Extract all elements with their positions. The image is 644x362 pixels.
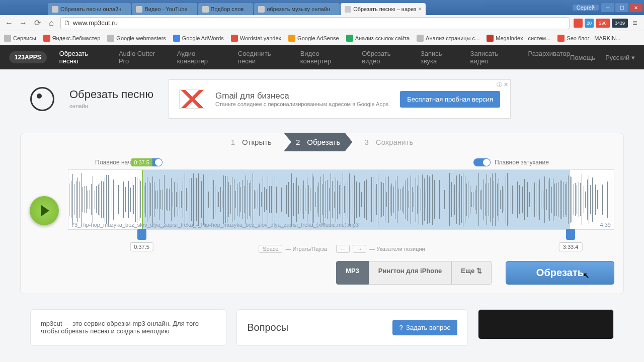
language-selector[interactable]: Русский ▾ [605, 54, 635, 61]
bookmark-icon [417, 35, 424, 42]
bookmark[interactable]: Google AdWords [173, 35, 224, 42]
start-handle[interactable] [137, 229, 146, 240]
extension-icon[interactable]: 3439 [612, 19, 628, 28]
bookmark[interactable]: Анализ ссылок сайта [346, 35, 410, 42]
nav-record-video[interactable]: Записать видео [470, 50, 517, 65]
fade-out-toggle[interactable]: Плавное затухание [473, 158, 549, 166]
close-icon[interactable]: × [332, 6, 336, 13]
nav-unarchiver[interactable]: Разархиватор [528, 50, 570, 65]
ask-question-button[interactable]: ?Задать вопрос [392, 320, 457, 335]
bookmark-icon [43, 35, 50, 42]
questions-card: Вопросы ?Задать вопрос [236, 309, 468, 346]
forward-button[interactable]: → [18, 19, 28, 28]
address-bar[interactable]: 🗋www.mp3cut.ru [60, 17, 570, 29]
format-more-button[interactable]: Еще ⇅ [451, 261, 492, 285]
tab-icon [52, 6, 58, 13]
ad-close-icon[interactable]: ⓘ ✕ [497, 81, 508, 88]
home-button[interactable]: ⌂ [46, 19, 56, 28]
extension-icon[interactable] [574, 19, 583, 28]
step-open[interactable]: 1Открыть [219, 133, 284, 151]
ad-title: Gmail для бизнеса [215, 91, 390, 101]
step-save: 3Сохранить [352, 133, 425, 151]
bookmark-icon [487, 35, 494, 42]
play-button[interactable] [30, 196, 59, 225]
description-card: mp3cut — это сервис обрезки mp3 онлайн. … [30, 309, 226, 346]
step-cut: 2Обрезать [284, 133, 353, 151]
user-badge[interactable]: Сергей [573, 5, 599, 11]
ad-sidebar[interactable] [478, 309, 614, 339]
ad-banner[interactable]: ⓘ ✕ Gmail для бизнеса Станьте солиднее с… [169, 79, 511, 119]
extension-icon[interactable]: 20 [585, 19, 594, 28]
waveform[interactable]: 73_Hip-hop_muzyka_bez_slov_dlya_zapisi_t… [68, 169, 614, 230]
ad-subtitle: Станьте солиднее с персонализированным а… [215, 101, 390, 107]
format-mp3-button[interactable]: MP3 [336, 261, 369, 285]
track-filename: 73_Hip-hop_muzyka_bez_slov_dlya_zapisi_t… [71, 222, 359, 228]
nav-join-songs[interactable]: Соединить песни [238, 50, 289, 65]
app-logo[interactable]: 123APPS [9, 51, 47, 63]
minimize-button[interactable]: ─ [601, 3, 614, 12]
bookmark[interactable]: Сервисы [4, 35, 36, 42]
bookmark-icon [231, 35, 238, 42]
tab-icon [345, 6, 351, 13]
bookmark[interactable]: Google-webmasters [107, 35, 166, 42]
apps-icon [4, 35, 11, 42]
question-icon: ? [399, 324, 403, 331]
back-button[interactable]: ← [4, 19, 14, 28]
end-handle[interactable] [566, 229, 575, 240]
bookmark[interactable]: Wordstat.yandex [231, 35, 281, 42]
maximize-button[interactable]: ☐ [615, 3, 628, 12]
bookmark-icon [346, 35, 353, 42]
close-button[interactable]: ✕ [629, 3, 642, 12]
page-title: Обрезать песню [69, 88, 153, 101]
extension-icon[interactable]: 290 [596, 19, 610, 28]
browser-tab[interactable]: Обрезать песни онлайн× [48, 3, 131, 15]
bookmark-icon [173, 35, 180, 42]
close-icon[interactable]: × [123, 6, 127, 13]
gmail-icon [179, 89, 205, 109]
reload-button[interactable]: ⟳ [32, 18, 42, 28]
browser-tab-active[interactable]: Обрезать песню – нарез× [341, 3, 426, 15]
nav-audio-converter[interactable]: Аудио конвертер [177, 50, 227, 65]
browser-tab[interactable]: обрезать музыку онлайн× [254, 3, 340, 15]
bookmark[interactable]: Анализ страницы с... [417, 35, 479, 42]
page-subtitle: онлайн [69, 103, 88, 109]
start-time-label: 0:37.5 [130, 242, 153, 251]
format-iphone-button[interactable]: Рингтон для iPhone [369, 261, 452, 285]
nav-video-converter[interactable]: Видео конвертер [300, 50, 351, 65]
nav-audio-cutter-pro[interactable]: Audio Cutter Pro [119, 50, 166, 65]
switch-icon [473, 158, 491, 166]
browser-tab[interactable]: Подбор слов× [198, 3, 254, 15]
track-duration: 4:39 [600, 222, 611, 228]
bookmark-icon [557, 35, 565, 42]
nav-cut-video[interactable]: Обрезать видео [362, 50, 410, 65]
bookmark-icon [107, 35, 114, 42]
page-icon: 🗋 [64, 19, 70, 27]
close-icon[interactable]: × [190, 6, 193, 13]
bookmark[interactable]: Яндекс.Вебмастер [43, 35, 101, 42]
bookmark-icon [288, 35, 295, 42]
bookmark[interactable]: Google AdSense [288, 35, 339, 42]
bookmark[interactable]: Seo блог - MARKIN... [557, 35, 620, 42]
end-time-label: 3:33.4 [559, 242, 583, 251]
vinyl-icon [30, 87, 54, 111]
nav-cut-song[interactable]: Обрезать песню [59, 50, 108, 65]
menu-button[interactable]: ≡ [630, 19, 640, 28]
close-icon[interactable]: × [246, 6, 249, 13]
cursor-time-bubble: 0:37.5 [131, 158, 152, 166]
cursor-icon: ↖ [583, 271, 590, 280]
playhead[interactable] [142, 169, 143, 230]
nav-record-audio[interactable]: Запись звука [421, 50, 459, 65]
browser-tab[interactable]: Видео - YouTube× [132, 3, 197, 15]
tab-icon [258, 6, 265, 13]
tab-icon [136, 6, 142, 13]
questions-title: Вопросы [247, 322, 288, 333]
tab-icon [202, 6, 209, 13]
cut-button[interactable]: Обрезать↖ [506, 261, 614, 285]
help-link[interactable]: Помощь [570, 54, 595, 61]
close-icon[interactable]: × [418, 6, 422, 13]
bookmark[interactable]: MegaIndex - систем... [487, 35, 550, 42]
ad-cta-button[interactable]: Бесплатная пробная версия [400, 91, 500, 108]
